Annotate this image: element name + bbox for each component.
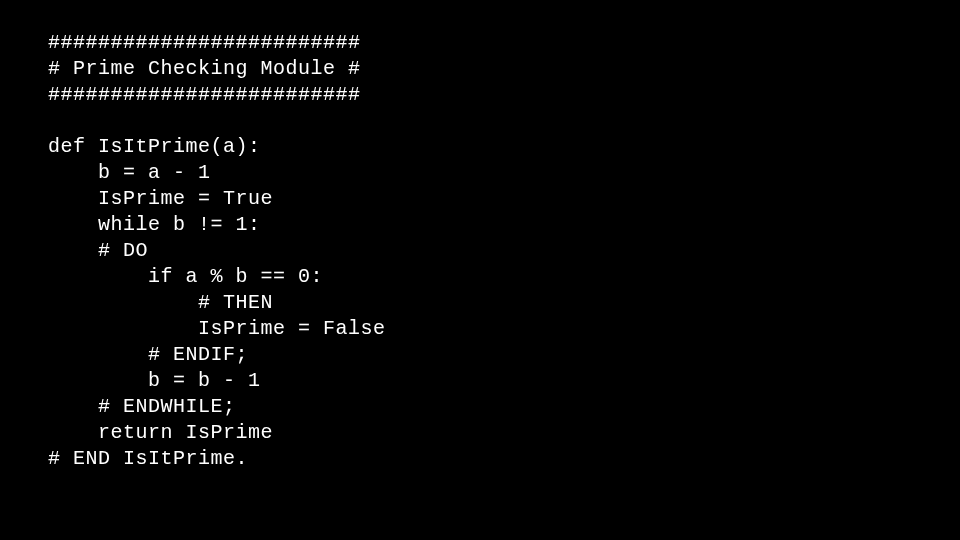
code-line: while b != 1:	[48, 213, 261, 236]
code-line: b = b - 1	[48, 369, 261, 392]
code-line: # THEN	[48, 291, 273, 314]
code-line: # DO	[48, 239, 148, 262]
code-line: # END IsItPrime.	[48, 447, 248, 470]
code-line: b = a - 1	[48, 161, 211, 184]
code-block: ######################### # Prime Checki…	[0, 0, 960, 472]
code-line: IsPrime = True	[48, 187, 273, 210]
code-line: # ENDIF;	[48, 343, 248, 366]
code-line: IsPrime = False	[48, 317, 386, 340]
code-line: if a % b == 0:	[48, 265, 323, 288]
code-line: #########################	[48, 31, 361, 54]
code-line: # ENDWHILE;	[48, 395, 236, 418]
code-line: # Prime Checking Module #	[48, 57, 361, 80]
code-line: def IsItPrime(a):	[48, 135, 261, 158]
code-line: #########################	[48, 83, 361, 106]
code-line: return IsPrime	[48, 421, 273, 444]
